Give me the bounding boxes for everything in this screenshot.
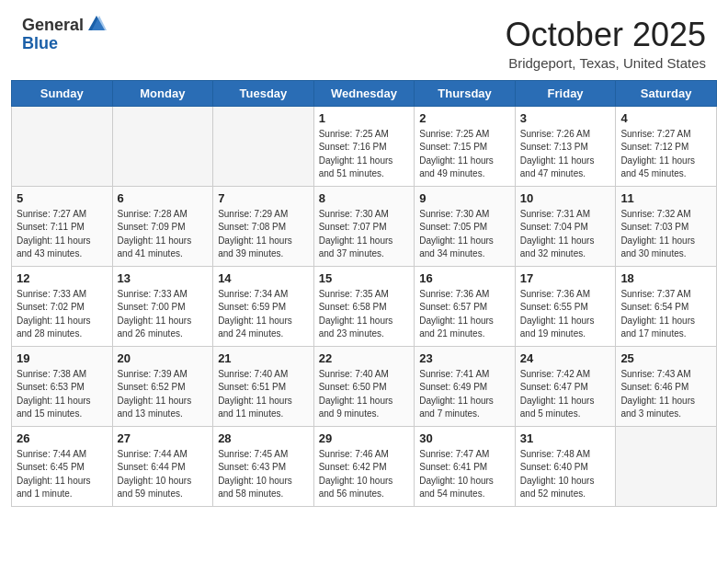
day-number: 10: [520, 191, 611, 205]
calendar-week-row: 5Sunrise: 7:27 AMSunset: 7:11 PMDaylight…: [12, 186, 717, 266]
day-number: 18: [620, 271, 711, 285]
day-info: Sunrise: 7:31 AMSunset: 7:04 PMDaylight:…: [520, 208, 611, 261]
day-info: Sunrise: 7:44 AMSunset: 6:44 PMDaylight:…: [118, 448, 209, 501]
day-info: Sunrise: 7:46 AMSunset: 6:42 PMDaylight:…: [319, 448, 410, 501]
day-info: Sunrise: 7:40 AMSunset: 6:51 PMDaylight:…: [218, 368, 309, 421]
day-info: Sunrise: 7:43 AMSunset: 6:46 PMDaylight:…: [620, 368, 711, 421]
calendar-cell: 2Sunrise: 7:25 AMSunset: 7:15 PMDaylight…: [415, 106, 516, 186]
day-info: Sunrise: 7:40 AMSunset: 6:50 PMDaylight:…: [319, 368, 410, 421]
day-number: 12: [17, 271, 108, 285]
day-number: 24: [520, 351, 611, 365]
day-number: 16: [419, 271, 510, 285]
day-number: 25: [620, 351, 711, 365]
day-info: Sunrise: 7:34 AMSunset: 6:59 PMDaylight:…: [218, 288, 309, 341]
day-number: 11: [620, 191, 711, 205]
day-number: 3: [520, 111, 611, 125]
day-number: 9: [419, 191, 510, 205]
day-number: 19: [17, 351, 108, 365]
day-number: 31: [520, 431, 611, 445]
calendar-cell: 15Sunrise: 7:35 AMSunset: 6:58 PMDayligh…: [313, 266, 415, 346]
calendar-week-row: 12Sunrise: 7:33 AMSunset: 7:02 PMDayligh…: [12, 266, 717, 346]
calendar-cell: 19Sunrise: 7:38 AMSunset: 6:53 PMDayligh…: [12, 346, 113, 426]
day-info: Sunrise: 7:38 AMSunset: 6:53 PMDaylight:…: [17, 368, 108, 421]
logo-blue: Blue: [22, 35, 58, 53]
calendar-week-row: 19Sunrise: 7:38 AMSunset: 6:53 PMDayligh…: [12, 346, 717, 426]
day-info: Sunrise: 7:37 AMSunset: 6:54 PMDaylight:…: [620, 288, 711, 341]
day-number: 2: [419, 111, 510, 125]
logo-icon: [86, 14, 107, 34]
calendar-cell: 20Sunrise: 7:39 AMSunset: 6:52 PMDayligh…: [112, 346, 213, 426]
weekday-header-thursday: Thursday: [415, 80, 516, 106]
weekday-header-friday: Friday: [515, 80, 616, 106]
day-info: Sunrise: 7:30 AMSunset: 7:05 PMDaylight:…: [419, 208, 510, 261]
calendar-cell: 28Sunrise: 7:45 AMSunset: 6:43 PMDayligh…: [213, 426, 314, 506]
calendar-cell: 24Sunrise: 7:42 AMSunset: 6:47 PMDayligh…: [515, 346, 616, 426]
calendar-cell: 10Sunrise: 7:31 AMSunset: 7:04 PMDayligh…: [515, 186, 616, 266]
day-info: Sunrise: 7:27 AMSunset: 7:11 PMDaylight:…: [17, 208, 108, 261]
calendar-cell: 29Sunrise: 7:46 AMSunset: 6:42 PMDayligh…: [313, 426, 415, 506]
day-number: 13: [118, 271, 209, 285]
day-info: Sunrise: 7:36 AMSunset: 6:55 PMDaylight:…: [520, 288, 611, 341]
logo-area: General Blue: [22, 17, 107, 53]
calendar-cell: 22Sunrise: 7:40 AMSunset: 6:50 PMDayligh…: [313, 346, 415, 426]
day-number: 21: [218, 351, 309, 365]
calendar-cell: 14Sunrise: 7:34 AMSunset: 6:59 PMDayligh…: [213, 266, 314, 346]
day-number: 28: [218, 431, 309, 445]
day-number: 1: [319, 111, 410, 125]
day-number: 6: [118, 191, 209, 205]
calendar-cell: 5Sunrise: 7:27 AMSunset: 7:11 PMDaylight…: [12, 186, 113, 266]
calendar-thead: SundayMondayTuesdayWednesdayThursdayFrid…: [12, 80, 717, 106]
weekday-header-sunday: Sunday: [12, 80, 113, 106]
day-info: Sunrise: 7:33 AMSunset: 7:00 PMDaylight:…: [118, 288, 209, 341]
calendar-cell: 27Sunrise: 7:44 AMSunset: 6:44 PMDayligh…: [112, 426, 213, 506]
logo-text: General: [22, 17, 107, 35]
day-info: Sunrise: 7:45 AMSunset: 6:43 PMDaylight:…: [218, 448, 309, 501]
day-info: Sunrise: 7:25 AMSunset: 7:16 PMDaylight:…: [319, 128, 410, 181]
calendar-cell: 8Sunrise: 7:30 AMSunset: 7:07 PMDaylight…: [313, 186, 415, 266]
day-number: 17: [520, 271, 611, 285]
day-number: 27: [118, 431, 209, 445]
day-number: 4: [620, 111, 711, 125]
calendar-cell: 13Sunrise: 7:33 AMSunset: 7:00 PMDayligh…: [112, 266, 213, 346]
day-number: 7: [218, 191, 309, 205]
calendar-cell: 6Sunrise: 7:28 AMSunset: 7:09 PMDaylight…: [112, 186, 213, 266]
calendar-cell: 9Sunrise: 7:30 AMSunset: 7:05 PMDaylight…: [415, 186, 516, 266]
calendar-cell: 26Sunrise: 7:44 AMSunset: 6:45 PMDayligh…: [12, 426, 113, 506]
calendar-cell: [213, 106, 314, 186]
header: General Blue October 2025 Bridgeport, Te…: [0, 0, 728, 80]
calendar-cell: 7Sunrise: 7:29 AMSunset: 7:08 PMDaylight…: [213, 186, 314, 266]
day-info: Sunrise: 7:47 AMSunset: 6:41 PMDaylight:…: [419, 448, 510, 501]
day-info: Sunrise: 7:35 AMSunset: 6:58 PMDaylight:…: [319, 288, 410, 341]
day-number: 26: [17, 431, 108, 445]
day-info: Sunrise: 7:42 AMSunset: 6:47 PMDaylight:…: [520, 368, 611, 421]
day-number: 30: [419, 431, 510, 445]
page: General Blue October 2025 Bridgeport, Te…: [0, 0, 728, 563]
calendar-cell: 21Sunrise: 7:40 AMSunset: 6:51 PMDayligh…: [213, 346, 314, 426]
calendar-cell: [112, 106, 213, 186]
weekday-header-wednesday: Wednesday: [313, 80, 415, 106]
day-info: Sunrise: 7:26 AMSunset: 7:13 PMDaylight:…: [520, 128, 611, 181]
calendar-body: 1Sunrise: 7:25 AMSunset: 7:16 PMDaylight…: [12, 106, 717, 506]
weekday-header-monday: Monday: [112, 80, 213, 106]
day-number: 20: [118, 351, 209, 365]
day-info: Sunrise: 7:39 AMSunset: 6:52 PMDaylight:…: [118, 368, 209, 421]
calendar-wrapper: SundayMondayTuesdayWednesdayThursdayFrid…: [0, 80, 728, 518]
calendar-cell: 4Sunrise: 7:27 AMSunset: 7:12 PMDaylight…: [616, 106, 717, 186]
calendar-week-row: 1Sunrise: 7:25 AMSunset: 7:16 PMDaylight…: [12, 106, 717, 186]
calendar-week-row: 26Sunrise: 7:44 AMSunset: 6:45 PMDayligh…: [12, 426, 717, 506]
logo-general: General: [22, 17, 84, 35]
day-info: Sunrise: 7:41 AMSunset: 6:49 PMDaylight:…: [419, 368, 510, 421]
calendar-cell: 25Sunrise: 7:43 AMSunset: 6:46 PMDayligh…: [616, 346, 717, 426]
day-info: Sunrise: 7:28 AMSunset: 7:09 PMDaylight:…: [118, 208, 209, 261]
title-area: October 2025 Bridgeport, Texas, United S…: [506, 17, 706, 71]
day-info: Sunrise: 7:44 AMSunset: 6:45 PMDaylight:…: [17, 448, 108, 501]
day-info: Sunrise: 7:25 AMSunset: 7:15 PMDaylight:…: [419, 128, 510, 181]
calendar-cell: 30Sunrise: 7:47 AMSunset: 6:41 PMDayligh…: [415, 426, 516, 506]
day-info: Sunrise: 7:36 AMSunset: 6:57 PMDaylight:…: [419, 288, 510, 341]
calendar-cell: 18Sunrise: 7:37 AMSunset: 6:54 PMDayligh…: [616, 266, 717, 346]
day-info: Sunrise: 7:30 AMSunset: 7:07 PMDaylight:…: [319, 208, 410, 261]
day-info: Sunrise: 7:27 AMSunset: 7:12 PMDaylight:…: [620, 128, 711, 181]
day-info: Sunrise: 7:32 AMSunset: 7:03 PMDaylight:…: [620, 208, 711, 261]
day-number: 5: [17, 191, 108, 205]
calendar-cell: 23Sunrise: 7:41 AMSunset: 6:49 PMDayligh…: [415, 346, 516, 426]
